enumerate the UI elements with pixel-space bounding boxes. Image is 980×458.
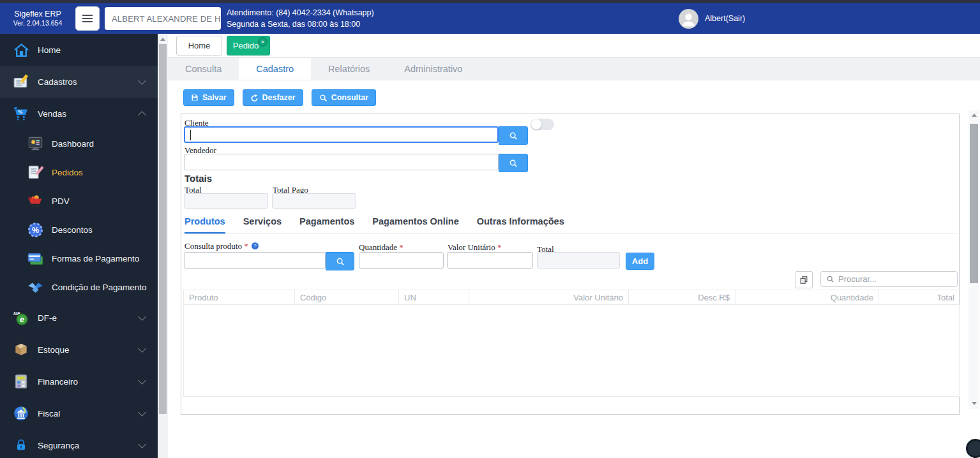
- tab-produtos[interactable]: Produtos: [185, 216, 225, 234]
- query-button[interactable]: Consultar: [312, 89, 376, 106]
- table-search-input[interactable]: Procurar...: [820, 271, 958, 287]
- panel-scrollbar[interactable]: [969, 110, 979, 409]
- sidebar-item-label: DF-e: [38, 313, 57, 323]
- sidebar-item-pedidos[interactable]: Pedidos: [0, 158, 158, 187]
- sidebar-item-estoque[interactable]: Estoque: [0, 334, 158, 366]
- add-item-button[interactable]: Add: [626, 253, 654, 270]
- column-header-un[interactable]: UN: [399, 290, 469, 304]
- sidebar-item-label: Condição de Pagamento: [52, 283, 147, 292]
- valor-unitario-label: Valor Unitário *: [448, 242, 501, 253]
- sidebar-item-label: Cadastros: [38, 77, 77, 87]
- app-window: Sigeflex ERP Ver. 2.04.13.654 ALBERT ALE…: [0, 0, 980, 458]
- scrollbar-thumb[interactable]: [159, 44, 167, 414]
- undo-button[interactable]: Desfazer: [243, 89, 303, 106]
- module-tab-bar: Consulta Cadastro Relatórios Administrat…: [168, 58, 980, 80]
- window-tab-pedido[interactable]: Pedido ✕: [227, 36, 270, 55]
- company-name: ALBERT ALEXANDRE DE HO: [105, 14, 221, 24]
- vendedor-search-button[interactable]: [499, 154, 528, 172]
- sidebar-item-dashboard[interactable]: Dashboard: [0, 129, 158, 158]
- scroll-up-arrow[interactable]: [160, 38, 165, 41]
- scroll-down-arrow[interactable]: [972, 402, 977, 405]
- valor-unitario-input[interactable]: [447, 252, 533, 269]
- vendedor-input[interactable]: [184, 154, 499, 170]
- support-info: Atendimento: (84) 4042-2334 (Whatsapp) S…: [227, 7, 374, 30]
- cliente-search-button[interactable]: [499, 126, 528, 145]
- item-total-input: [537, 252, 620, 269]
- column-header-total[interactable]: Total: [879, 290, 960, 304]
- tab-servicos[interactable]: Serviços: [243, 216, 282, 234]
- floating-action-button[interactable]: [966, 439, 980, 458]
- column-header-desc[interactable]: Desc.R$: [629, 290, 735, 304]
- column-header-produto[interactable]: Produto: [183, 290, 295, 304]
- sidebar-item-label: Segurança: [38, 441, 79, 450]
- support-hours: Segunda a Sexta, das 08:00 às 18:00: [227, 18, 374, 30]
- sidebar-item-dfe[interactable]: NFe DF-e: [0, 302, 158, 334]
- column-header-valor-unitario[interactable]: Valor Unitário: [469, 290, 629, 304]
- tab-pagamentos-online[interactable]: Pagamentos Online: [372, 216, 458, 234]
- user-area[interactable]: Albert(Sair): [679, 3, 745, 34]
- help-icon[interactable]: ?: [252, 242, 259, 249]
- quantidade-label: Quantidade *: [359, 242, 403, 253]
- sidebar-item-cadastros[interactable]: Cadastros: [0, 66, 158, 98]
- payment-cards-icon: [26, 250, 45, 267]
- stock-box-icon: [11, 341, 31, 358]
- brand: Sigeflex ERP Ver. 2.04.13.654: [0, 10, 75, 28]
- sidebar-item-home[interactable]: Home: [0, 34, 158, 66]
- column-header-codigo[interactable]: Código: [295, 290, 399, 304]
- tab-label: Pedido: [233, 41, 259, 50]
- register-pad-icon: [11, 73, 31, 90]
- copy-button[interactable]: [795, 271, 813, 288]
- page-scrollbar[interactable]: [158, 34, 168, 458]
- avatar[interactable]: [679, 9, 698, 29]
- tab-divider: [181, 233, 958, 233]
- menu-toggle-button[interactable]: [75, 6, 100, 31]
- quantidade-input[interactable]: [359, 252, 444, 269]
- undo-icon: [250, 94, 259, 102]
- sidebar-item-descontos[interactable]: % Descontos: [0, 216, 158, 244]
- sidebar-item-formas-pagamento[interactable]: Formas de Pagamento: [0, 244, 158, 273]
- required-marker: *: [399, 242, 403, 252]
- user-logout-link[interactable]: Albert(Sair): [705, 14, 745, 23]
- sidebar-item-condicao-pagamento[interactable]: Condição de Pagamento: [0, 273, 158, 302]
- close-icon[interactable]: ✕: [258, 37, 268, 47]
- tab-pagamentos[interactable]: Pagamentos: [299, 216, 354, 234]
- produto-search-button[interactable]: [326, 252, 354, 270]
- search-placeholder: Procurar...: [838, 274, 877, 284]
- chevron-up-icon: [138, 111, 146, 119]
- sidebar-item-fiscal[interactable]: Fiscal: [0, 397, 158, 429]
- orders-doc-icon: [26, 164, 45, 181]
- tab-administrativo[interactable]: Administrativo: [387, 58, 479, 80]
- total-pago-input: [272, 193, 356, 209]
- topbar: Sigeflex ERP Ver. 2.04.13.654 ALBERT ALE…: [0, 3, 980, 34]
- scroll-up-arrow[interactable]: [972, 114, 977, 117]
- svg-text:%: %: [19, 109, 23, 115]
- svg-text:%: %: [32, 226, 39, 235]
- scrollbar-thumb[interactable]: [970, 124, 978, 283]
- save-button[interactable]: Salvar: [183, 89, 234, 106]
- sidebar-item-label: Descontos: [52, 225, 93, 235]
- items-table-body: [183, 305, 960, 397]
- sidebar-item-financeiro[interactable]: Financeiro: [0, 366, 158, 397]
- sidebar-item-label: Estoque: [38, 345, 70, 355]
- sidebar-item-seguranca[interactable]: Segurança: [0, 429, 158, 458]
- sidebar-item-pdv[interactable]: PDV: [0, 187, 158, 216]
- tab-cadastro[interactable]: Cadastro: [239, 58, 311, 80]
- sidebar-item-vendas[interactable]: % Vendas: [0, 98, 158, 129]
- tab-consulta[interactable]: Consulta: [168, 58, 239, 80]
- sidebar-item-label: Home: [38, 45, 61, 55]
- chevron-down-icon: [138, 440, 146, 448]
- column-header-quantidade[interactable]: Quantidade: [735, 290, 879, 304]
- cliente-toggle[interactable]: [531, 119, 554, 130]
- support-phone: Atendimento: (84) 4042-2334 (Whatsapp): [227, 7, 374, 18]
- lock-icon: [11, 438, 31, 452]
- discount-badge-icon: %: [26, 221, 45, 239]
- search-icon: [509, 131, 518, 140]
- cliente-input[interactable]: [184, 126, 499, 143]
- company-selector[interactable]: ALBERT ALEXANDRE DE HO: [105, 7, 221, 30]
- text-caret: [190, 130, 191, 140]
- consulta-produto-input[interactable]: [184, 252, 326, 269]
- tab-relatorios[interactable]: Relatórios: [311, 58, 387, 80]
- required-marker: *: [497, 242, 502, 252]
- tab-outras-informacoes[interactable]: Outras Informações: [477, 216, 564, 234]
- window-tab-home[interactable]: Home: [176, 36, 222, 55]
